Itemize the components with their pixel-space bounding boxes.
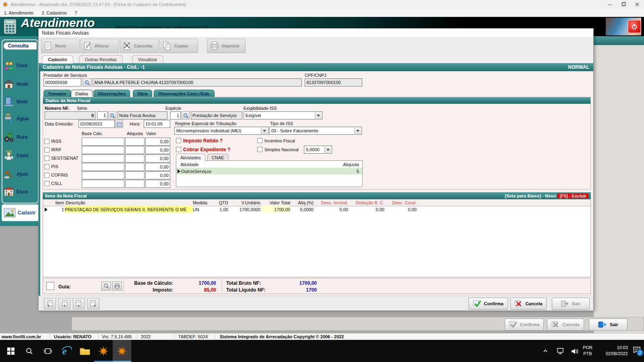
inss-base-input[interactable] (82, 138, 124, 146)
tab-obra[interactable]: Obra (133, 90, 152, 97)
guia-search-button[interactable] (101, 282, 111, 290)
imprimir-button[interactable]: Imprimir (207, 39, 246, 53)
inss-checkbox[interactable] (44, 139, 50, 144)
cancela-button[interactable]: Cancela (510, 298, 547, 310)
nav-next-button[interactable] (73, 298, 85, 309)
tab-outras-receitas[interactable]: Outras Receitas (79, 55, 123, 64)
inss-aliquota-input[interactable] (125, 138, 144, 146)
tab-observacoes[interactable]: Observações (93, 90, 130, 97)
power-button[interactable] (627, 20, 641, 33)
file-explorer-button[interactable] (76, 340, 94, 362)
cofins-checkbox[interactable] (44, 173, 50, 178)
cpf-input[interactable] (305, 78, 362, 86)
sidebar-item-cadastro[interactable]: Cadastr (2, 204, 41, 221)
serie-search-button[interactable] (108, 111, 116, 119)
tab-visualizar[interactable]: Visualizar (132, 55, 163, 64)
csll-valor-input[interactable] (145, 180, 170, 188)
sest-base-input[interactable] (82, 154, 124, 162)
irrf-checkbox[interactable] (44, 147, 50, 152)
tab-tomador[interactable]: Tomador (43, 90, 71, 97)
guia-print-button[interactable] (112, 282, 122, 290)
imposto-retido-checkbox[interactable] (176, 138, 181, 143)
menu-help[interactable]: ? (71, 10, 81, 15)
calendar-button[interactable] (115, 120, 123, 128)
exigibilidade-select[interactable]: Exigível (244, 111, 322, 119)
maximize-icon[interactable] (617, 0, 630, 9)
outer-cancela-button[interactable]: Cancela (547, 319, 584, 331)
sest-aliquota-input[interactable] (125, 154, 144, 162)
inss-valor-input[interactable] (145, 138, 170, 146)
tray-volume-icon[interactable] (568, 340, 581, 362)
data-emissao-input[interactable] (78, 120, 115, 128)
incentivo-checkbox[interactable] (257, 138, 262, 143)
irrf-valor-input[interactable] (145, 146, 170, 154)
regime-select[interactable]: Microempresário Individual (MEI) (174, 127, 268, 135)
item-row[interactable]: 1 PRESTAÇAO DE SERVIÇOS GERAIS II, REFER… (43, 206, 590, 213)
start-button[interactable] (2, 340, 20, 362)
fiorilli-app1-button[interactable] (94, 340, 113, 362)
cobrar-expediente-checkbox[interactable] (176, 147, 181, 152)
tray-clock[interactable]: 10:03 02/08/2022 (596, 345, 628, 357)
doc-first-icon (47, 300, 53, 307)
tray-network-icon[interactable] (555, 340, 568, 362)
pis-checkbox[interactable] (44, 164, 50, 169)
sair-button[interactable]: Sair (552, 298, 590, 310)
sidebar-item-consulta[interactable]: Consulta (3, 42, 37, 50)
tray-chevron-button[interactable] (539, 340, 551, 362)
menu-atendimento[interactable]: 1. Atendimento (0, 10, 37, 15)
guia-checkbox[interactable] (46, 282, 54, 290)
simples-checkbox[interactable] (257, 147, 262, 152)
especie-input[interactable] (170, 111, 181, 119)
confirma-button[interactable]: Confirma (469, 298, 508, 310)
especie-desc-field[interactable] (191, 111, 242, 119)
pis-aliquota-input[interactable] (125, 163, 144, 171)
prestador-search-button[interactable] (83, 78, 91, 86)
menu-cadastros[interactable]: 2. Cadastros (37, 10, 70, 15)
serie-input[interactable] (97, 111, 107, 119)
tab-observacoes-canc[interactable]: Observações Canc./Sub. (154, 90, 215, 97)
pis-base-input[interactable] (82, 163, 124, 171)
close-icon[interactable] (630, 0, 644, 9)
internet-explorer-button[interactable]: e (57, 340, 76, 362)
nav-last-button[interactable] (87, 298, 99, 309)
nav-prev-button[interactable] (58, 298, 70, 309)
prestador-code-input[interactable] (43, 78, 81, 86)
outer-sair-button[interactable]: Sair (589, 319, 627, 331)
numero-input[interactable] (45, 111, 95, 119)
irrf-base-input[interactable] (82, 146, 124, 154)
cofins-valor-input[interactable] (145, 171, 170, 179)
nav-first-button[interactable] (44, 298, 56, 309)
especie-search-button[interactable] (182, 111, 190, 119)
pis-valor-input[interactable] (145, 163, 170, 171)
tab-dados[interactable]: Dados (71, 90, 93, 97)
novo-button[interactable]: Novo (41, 39, 80, 53)
col-descricao: Descrição (66, 200, 193, 206)
cancelar-button[interactable]: Cancelar (120, 39, 159, 53)
alterar-button[interactable]: Alterar (80, 39, 119, 53)
fiorilli-app2-button[interactable] (113, 340, 131, 362)
tab-atividades[interactable]: Atividades (176, 154, 205, 161)
cofins-base-input[interactable] (82, 171, 124, 179)
csll-aliquota-input[interactable] (125, 180, 144, 188)
language-bottom: PTB (583, 351, 592, 357)
csll-checkbox[interactable] (44, 181, 50, 186)
csll-base-input[interactable] (82, 180, 124, 188)
tray-language[interactable]: POR PTB (583, 345, 592, 357)
tab-cadastro[interactable]: Cadastro (42, 55, 73, 64)
minimize-icon[interactable] (603, 0, 617, 9)
irrf-aliquota-input[interactable] (125, 146, 144, 154)
notification-button[interactable]: 2 (633, 346, 641, 354)
cofins-aliquota-input[interactable] (125, 171, 144, 179)
simples-valor-select[interactable]: 5,0000 (304, 146, 332, 154)
task-view-button[interactable] (39, 340, 57, 362)
sest-valor-input[interactable] (145, 154, 170, 162)
serie-desc-field[interactable] (118, 111, 167, 119)
outer-confirma-button[interactable]: Confirma (505, 319, 544, 331)
taskbar-search-button[interactable] (20, 340, 39, 362)
atividade-row[interactable]: OutrosServiços 5 (176, 168, 362, 175)
tipo-iss-select[interactable]: 03 - Sobre Faturamento (269, 127, 362, 135)
hora-input[interactable] (144, 120, 170, 128)
prestador-name-input[interactable] (93, 78, 302, 86)
copiar-button[interactable]: Copiar (159, 39, 198, 53)
sest-checkbox[interactable] (44, 156, 50, 161)
